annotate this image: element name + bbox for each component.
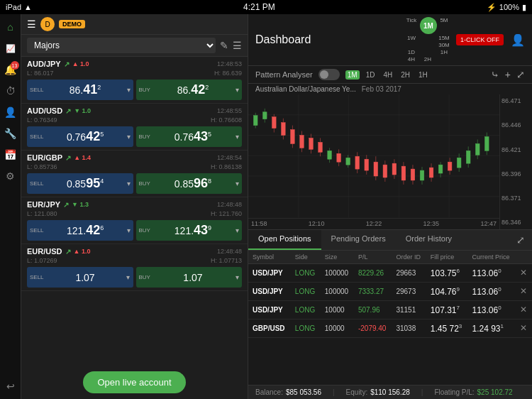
td-close-button[interactable]: ✕ <box>516 300 532 319</box>
chart-area[interactable]: 86.471 86.446 86.421 86.396 86.371 86.34… <box>248 94 532 229</box>
svg-rect-78 <box>411 169 415 180</box>
hamburger-icon[interactable]: ☰ <box>27 18 36 30</box>
td-close-button[interactable]: ✕ <box>516 282 532 300</box>
instrument-mid: L: 1.07269 H: 1.07713 <box>27 257 242 264</box>
th-side: Side <box>291 251 321 264</box>
tf-tick[interactable]: Tick <box>404 17 419 34</box>
svg-rect-66 <box>374 162 378 176</box>
pattern-analyser-label: Pattern Analyser <box>255 70 313 79</box>
tab-pending-orders[interactable]: Pending Orders <box>321 230 396 250</box>
buy-button[interactable]: BUY 0.85968 ▾ <box>136 173 243 194</box>
tf-btn-1h[interactable]: 1H <box>416 70 430 80</box>
buy-button[interactable]: BUY 121.439 ▾ <box>136 220 243 241</box>
tf-2h[interactable]: 2H <box>420 56 436 62</box>
sidebar-item-clock[interactable]: ⏱ <box>1 81 21 101</box>
instrument-low: L: 0.85736 <box>27 163 57 170</box>
sell-label: SELL <box>30 274 44 280</box>
buy-price: 121.439 <box>174 223 211 238</box>
sell-button[interactable]: SELL 0.76425 ▾ <box>27 126 133 147</box>
instrument-buttons: SELL 0.85954 ▾ BUY 0.85968 ▾ <box>27 173 242 194</box>
tf-1h[interactable]: 1H <box>436 49 452 55</box>
pattern-bar: Pattern Analyser 1M 1D 4H 2H 1H ⤷ + ⤢ <box>248 66 532 84</box>
timeframe-grid[interactable]: Tick 1M 5M 1W 15M 30M 1D 1H 4H 2H <box>404 17 452 62</box>
sell-button[interactable]: SELL 121.426 ▾ <box>27 220 133 241</box>
sell-price: 86.412 <box>70 82 101 97</box>
buy-button[interactable]: BUY 1.07 ▾ <box>136 267 243 288</box>
share-icon[interactable]: ⤷ <box>491 69 499 80</box>
user-circle-icon[interactable]: 👤 <box>511 33 525 47</box>
tf-empty5 <box>436 56 452 62</box>
instrument-row: EUR/JPY ↗ ▼ 1.3 12:48:48 L: 121.080 H: 1… <box>21 197 248 244</box>
status-right: ⚡ 100% ▮ <box>487 3 526 12</box>
td-close-button[interactable]: ✕ <box>516 263 532 282</box>
watchlist-select[interactable]: Majors Minors Exotic <box>27 38 216 53</box>
instrument-high: H: 0.76608 <box>211 116 242 124</box>
td-size: 100000 <box>321 282 354 300</box>
footer-balance: Balance: $85 053.56 <box>255 388 321 396</box>
plus-icon[interactable]: + <box>505 69 511 80</box>
tf-btn-4h[interactable]: 4H <box>381 70 394 80</box>
floating-value: $25 102.72 <box>477 388 513 396</box>
one-click-button[interactable]: 1-CLICK OFF <box>456 34 504 45</box>
sell-label: SELL <box>30 180 44 187</box>
sidebar-item-person[interactable]: 👤 <box>1 102 21 122</box>
tf-5m[interactable]: 5M <box>436 17 452 34</box>
tf-15m[interactable]: 15M <box>436 35 452 41</box>
td-pl: -2079.40 <box>354 319 392 337</box>
tf-btn-1d[interactable]: 1D <box>364 70 377 80</box>
td-symbol: GBP/USD <box>248 319 291 337</box>
pattern-toggle[interactable] <box>318 69 340 80</box>
sidebar-item-calendar[interactable]: 📅 <box>1 145 21 165</box>
instrument-time: 12:48:48 <box>217 201 242 208</box>
td-currentprice: 113.060 <box>468 263 516 282</box>
expand-icon[interactable]: ⤢ <box>516 69 525 80</box>
tf-30m[interactable]: 30M <box>436 42 452 48</box>
svg-rect-36 <box>485 136 489 151</box>
table-row: GBP/USD LONG 10000 -2079.40 31038 1.45 7… <box>248 319 532 337</box>
sparkline-icon: ↗ <box>65 248 71 256</box>
status-time: 4:21 PM <box>243 2 275 12</box>
buy-label: BUY <box>139 180 150 187</box>
timeframe-selector: Tick 1M 5M 1W 15M 30M 1D 1H 4H 2H <box>404 17 452 62</box>
buy-button[interactable]: BUY 0.76435 ▾ <box>136 126 243 147</box>
edit-icon[interactable]: ✎ <box>220 40 228 51</box>
sidebar-item-tools[interactable]: 🔧 <box>1 124 21 143</box>
tf-1d[interactable]: 1D <box>404 49 419 55</box>
sidebar-item-notification[interactable]: 🔔 13 <box>1 60 21 80</box>
td-size: 100000 <box>321 263 354 282</box>
buy-button[interactable]: BUY 86.422 ▾ <box>136 80 243 100</box>
th-fillprice: Fill price <box>426 251 468 264</box>
td-orderid: 29663 <box>392 263 426 282</box>
footer-equity: Equity: $110 156.28 <box>346 388 410 396</box>
sidebar-item-settings[interactable]: ⚙ <box>1 166 21 186</box>
list-icon[interactable]: ☰ <box>233 40 242 51</box>
th-pl: P/L <box>354 251 392 264</box>
td-pl: 8229.26 <box>354 263 392 282</box>
instrument-top: AUD/JPY ↗ ▲ 1.0 12:48:53 <box>27 60 242 68</box>
tf-1m-active[interactable]: 1M <box>420 17 437 34</box>
svg-rect-81 <box>429 168 433 177</box>
tab-expand-icon[interactable]: ⤢ <box>509 230 532 250</box>
tf-4h[interactable]: 4H <box>404 56 419 62</box>
sell-button[interactable]: SELL 1.07 ▾ <box>27 267 133 288</box>
sidebar-item-home[interactable]: ⌂ <box>1 17 21 37</box>
instrument-mid: L: 86.017 H: 86.639 <box>27 70 242 77</box>
buy-arrow-icon: ▾ <box>235 133 239 141</box>
svg-rect-45 <box>291 130 295 144</box>
instrument-low: L: 0.76349 <box>27 116 57 124</box>
sell-button[interactable]: SELL 0.85954 ▾ <box>27 173 133 194</box>
sidebar-item-logout[interactable]: ↩ <box>1 376 21 396</box>
chart-icon: 📈 <box>6 44 16 53</box>
tab-open-positions[interactable]: Open Positions <box>248 230 321 250</box>
tf-btn-1m[interactable]: 1M <box>345 70 360 80</box>
tab-order-history[interactable]: Order History <box>396 230 462 250</box>
dashboard-title: Dashboard <box>255 33 404 46</box>
sell-button[interactable]: SELL 86.412 ▾ <box>27 80 133 100</box>
tf-btn-2h[interactable]: 2H <box>399 70 412 80</box>
td-close-button[interactable]: ✕ <box>516 319 532 337</box>
tf-1w[interactable]: 1W <box>404 35 419 41</box>
tf-empty1 <box>420 35 436 41</box>
open-live-account-button[interactable]: Open live account <box>83 371 185 393</box>
sidebar-item-chart[interactable]: 📈 <box>1 38 21 58</box>
footer-divider-2: | <box>421 388 423 396</box>
